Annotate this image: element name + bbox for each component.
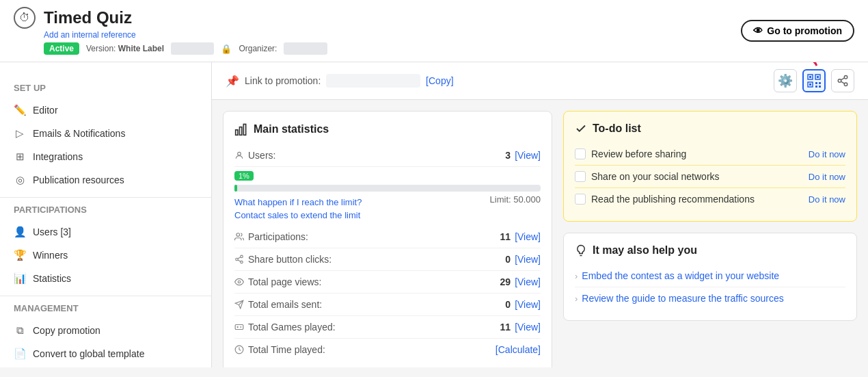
header-meta: Active Version: White Label 🔒 Organizer: bbox=[44, 42, 327, 55]
sidebar-item-users-label: Users [3] bbox=[33, 226, 71, 237]
stats-chart-icon bbox=[234, 122, 248, 136]
sidebar-item-statistics-label: Statistics bbox=[33, 273, 71, 284]
limit-text: Limit: 50.000 bbox=[490, 194, 541, 220]
lock-icon: 🔒 bbox=[221, 44, 232, 54]
svg-line-24 bbox=[238, 260, 241, 261]
svg-rect-17 bbox=[240, 127, 242, 135]
participations-view-link[interactable]: [View] bbox=[515, 231, 541, 242]
page-views-view-link[interactable]: [View] bbox=[515, 276, 541, 287]
sidebar-item-integrations-label: Integrations bbox=[33, 151, 83, 162]
emails-icon: ▷ bbox=[14, 127, 26, 140]
sidebar-item-convert-template[interactable]: 📄 Convert to global template bbox=[0, 342, 211, 365]
svg-point-19 bbox=[238, 152, 241, 155]
reach-limit-link[interactable]: What happen if I reach the limit? bbox=[234, 194, 362, 207]
progress-links-row: What happen if I reach the limit? Contac… bbox=[234, 194, 541, 220]
main-statistics-card: Main statistics Users: 3 [View] bbox=[223, 111, 552, 367]
users-icon: 👤 bbox=[14, 226, 26, 238]
contact-sales-link[interactable]: Contact sales to extend the limit bbox=[234, 207, 362, 220]
help-link-embed[interactable]: Embed the contest as a widget in your we… bbox=[582, 270, 779, 281]
emails-sent-view-link[interactable]: [View] bbox=[515, 299, 541, 310]
stats-row-participations: Participations: 11 [View] bbox=[234, 226, 541, 248]
svg-rect-4 bbox=[817, 76, 819, 78]
management-section-title: Management bbox=[0, 303, 211, 319]
do-it-review-btn[interactable]: Do it now bbox=[809, 149, 845, 159]
users-value: 3 [View] bbox=[505, 150, 541, 161]
todo-checkbox-publishing[interactable] bbox=[575, 194, 586, 205]
help-title: It may also help you bbox=[575, 244, 845, 257]
sidebar-item-editor-label: Editor bbox=[33, 105, 58, 116]
sidebar-item-copy-promotion[interactable]: ⧉ Copy promotion bbox=[0, 319, 211, 342]
stats-row-games-played: Total Games played: 11 [View] bbox=[234, 316, 541, 339]
progress-bar-fill bbox=[234, 185, 237, 192]
todo-label-share: Share on your social networks bbox=[591, 171, 720, 182]
todo-card: To-do list Review before sharing Do it n… bbox=[563, 111, 857, 222]
check-icon bbox=[575, 122, 587, 135]
svg-rect-9 bbox=[815, 86, 817, 88]
winners-icon: 🏆 bbox=[14, 249, 26, 261]
time-played-label: Total Time played: bbox=[234, 344, 325, 355]
sidebar-item-publication-resources[interactable]: ◎ Publication resources bbox=[0, 168, 211, 192]
header-title-row: ⏱ Timed Quiz bbox=[14, 7, 132, 29]
setup-section-title: Set up bbox=[0, 83, 211, 99]
sidebar-item-winners[interactable]: 🏆 Winners bbox=[0, 244, 211, 267]
participations-section-title: Participations bbox=[0, 205, 211, 220]
svg-rect-28 bbox=[235, 325, 243, 330]
stats-row-users: Users: 3 [View] bbox=[234, 144, 541, 167]
copy-link-btn[interactable]: [Copy] bbox=[426, 75, 453, 86]
todo-row-share-social: Share on your social networks Do it now bbox=[575, 166, 845, 188]
link-bar-right: ⚙️ bbox=[774, 69, 854, 92]
settings-icon-btn[interactable]: ⚙️ bbox=[774, 69, 797, 92]
sidebar-item-statistics[interactable]: 📊 Statistics bbox=[0, 267, 211, 290]
version-label: Version: White Label bbox=[86, 44, 164, 53]
progress-links-left: What happen if I reach the limit? Contac… bbox=[234, 194, 362, 220]
svg-line-15 bbox=[841, 78, 844, 80]
sidebar-item-editor[interactable]: ✏️ Editor bbox=[0, 99, 211, 122]
link-pin-icon: 📌 bbox=[226, 75, 239, 88]
link-bar-left: 📌 Link to promotion: [Copy] bbox=[226, 74, 454, 88]
go-to-promotion-button[interactable]: 👁 Go to promotion bbox=[741, 20, 854, 42]
sidebar-item-emails-notifications[interactable]: ▷ Emails & Notifications bbox=[0, 122, 211, 145]
content-area: 📌 Link to promotion: [Copy] ⚙️ bbox=[212, 62, 868, 367]
share-clicks-value: 0 [View] bbox=[505, 254, 541, 265]
statistics-icon: 📊 bbox=[14, 272, 26, 285]
users-view-link[interactable]: [View] bbox=[515, 150, 541, 161]
internal-ref-link[interactable]: Add an internal reference bbox=[44, 30, 136, 40]
time-played-calculate-link[interactable]: [Calculate] bbox=[496, 344, 541, 355]
svg-rect-8 bbox=[819, 82, 821, 84]
header-left: ⏱ Timed Quiz Add an internal reference A… bbox=[14, 7, 327, 55]
games-played-view-link[interactable]: [View] bbox=[515, 322, 541, 333]
sidebar-item-emails-label: Emails & Notifications bbox=[33, 128, 125, 139]
todo-checkbox-share[interactable] bbox=[575, 171, 586, 182]
help-link-traffic[interactable]: Review the guide to measure the traffic … bbox=[582, 293, 783, 304]
participations-icon bbox=[234, 232, 244, 242]
svg-point-26 bbox=[238, 281, 241, 283]
sidebar-item-users[interactable]: 👤 Users [3] bbox=[0, 220, 211, 244]
todo-checkbox-review[interactable] bbox=[575, 148, 586, 159]
link-bar: 📌 Link to promotion: [Copy] ⚙️ bbox=[212, 62, 868, 100]
share-icon-btn[interactable] bbox=[831, 69, 854, 92]
help-title-text: It may also help you bbox=[593, 244, 697, 257]
page-views-label: Total page views: bbox=[234, 276, 321, 287]
share-clicks-icon bbox=[234, 255, 244, 264]
stats-card-title: Main statistics bbox=[234, 122, 541, 136]
publication-icon: ◎ bbox=[14, 174, 26, 186]
qr-icon-btn[interactable] bbox=[802, 69, 826, 92]
svg-rect-7 bbox=[815, 82, 817, 84]
svg-line-14 bbox=[841, 81, 844, 83]
progress-bar bbox=[234, 185, 541, 192]
sidebar-item-integrations[interactable]: ⊞ Integrations bbox=[0, 145, 211, 168]
help-row-embed[interactable]: › Embed the contest as a widget in your … bbox=[575, 265, 845, 287]
do-it-publishing-btn[interactable]: Do it now bbox=[809, 194, 845, 205]
svg-point-23 bbox=[241, 261, 243, 263]
eye-icon: 👁 bbox=[753, 25, 763, 36]
do-it-share-btn[interactable]: Do it now bbox=[809, 172, 845, 182]
share-clicks-view-link[interactable]: [View] bbox=[515, 254, 541, 265]
clock-icon bbox=[234, 345, 244, 354]
participations-value: 11 [View] bbox=[500, 231, 541, 242]
users-label: Users: bbox=[234, 150, 275, 161]
svg-rect-16 bbox=[236, 130, 238, 135]
progress-container: 1% What happen if I reach the limit? Con… bbox=[234, 167, 541, 226]
sidebar-item-copy-label: Copy promotion bbox=[33, 325, 100, 336]
organizer-name-placeholder bbox=[284, 42, 327, 55]
help-row-traffic[interactable]: › Review the guide to measure the traffi… bbox=[575, 287, 845, 309]
